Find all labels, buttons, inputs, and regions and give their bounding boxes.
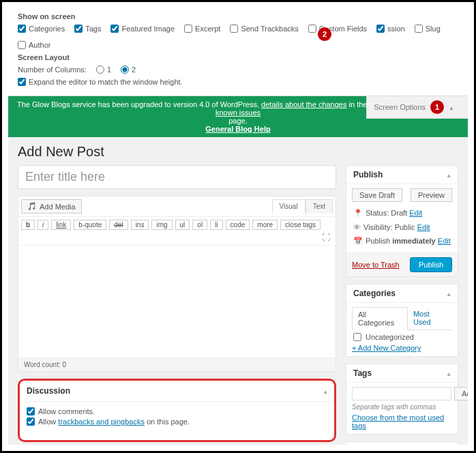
add-media-button[interactable]: 🎵Add Media bbox=[21, 199, 82, 214]
tag-input[interactable] bbox=[352, 387, 451, 400]
cols-2[interactable]: 2 bbox=[121, 65, 136, 74]
tab-most-used[interactable]: Most Used bbox=[408, 307, 452, 330]
qt-ul[interactable]: ul bbox=[175, 220, 190, 230]
add-new-category[interactable]: + Add New Category bbox=[352, 344, 421, 352]
fullscreen-icon[interactable]: ⛶ bbox=[319, 233, 333, 242]
notice-banner: Screen Options 1 The Glow Blogs service … bbox=[8, 96, 468, 137]
opt-excerpt[interactable]: Excerpt bbox=[184, 25, 220, 33]
post-title-input[interactable] bbox=[18, 165, 336, 189]
show-on-screen-heading: Show on screen bbox=[18, 12, 458, 20]
tab-text[interactable]: Text bbox=[306, 199, 333, 214]
collapse-icon[interactable] bbox=[324, 386, 327, 396]
num-columns-label: Number of Columns: bbox=[18, 65, 87, 74]
eye-icon: 👁 bbox=[353, 223, 361, 231]
edit-publish-time[interactable]: Edit bbox=[438, 237, 451, 245]
qt-code[interactable]: code bbox=[226, 220, 250, 230]
opt-author[interactable]: Author bbox=[18, 41, 50, 49]
allow-trackbacks[interactable]: Allow trackbacks and pingbacks on this p… bbox=[27, 418, 327, 426]
publish-button[interactable]: Publish bbox=[410, 257, 452, 272]
word-count: Word count: 0 bbox=[18, 357, 336, 371]
screen-options-tab[interactable]: Screen Options 1 bbox=[366, 96, 468, 119]
quicktags-toolbar: b i link b-quote del ins img ul ol li co… bbox=[18, 217, 336, 246]
editor-box: 🎵Add Media Visual Text b i link b-quote … bbox=[18, 196, 336, 372]
qt-close[interactable]: close tags bbox=[280, 220, 321, 230]
opt-trackbacks[interactable]: Send Trackbacks bbox=[230, 25, 298, 33]
chevron-up-icon bbox=[449, 103, 454, 111]
opt-categories[interactable]: Categories bbox=[18, 25, 65, 33]
trackbacks-link[interactable]: trackbacks and pingbacks bbox=[58, 418, 145, 426]
banner-link-help[interactable]: General Blog Help bbox=[205, 125, 270, 133]
publish-box: Publish Save Draft Preview 📍Status: Draf… bbox=[346, 165, 458, 277]
preview-button[interactable]: Preview bbox=[411, 188, 452, 202]
opt-expand-editor[interactable]: Expand the editor to match the window he… bbox=[18, 78, 183, 86]
tags-box: Tags Add Separate tags with commas Choos… bbox=[346, 364, 458, 435]
calendar-icon: 📅 bbox=[353, 237, 363, 245]
categories-box: Categories All Categories Most Used Unca… bbox=[346, 284, 458, 357]
screen-layout-heading: Screen Layout bbox=[18, 53, 458, 61]
callout-badge-2: 2 bbox=[317, 27, 332, 42]
choose-tags-link[interactable]: Choose from the most used tags bbox=[352, 413, 444, 430]
featured-image-box: Featured Image Set featured image bbox=[346, 441, 458, 445]
qt-li[interactable]: li bbox=[210, 220, 222, 230]
callout-badge-1: 1 bbox=[430, 100, 445, 115]
discussion-metabox: Discussion Allow comments. Allow trackba… bbox=[18, 379, 336, 442]
allow-comments[interactable]: Allow comments. bbox=[27, 407, 327, 415]
opt-discussion[interactable]: ssion bbox=[376, 25, 405, 33]
collapse-icon[interactable] bbox=[447, 170, 451, 179]
qt-bquote[interactable]: b-quote bbox=[74, 220, 106, 230]
edit-visibility[interactable]: Edit bbox=[417, 223, 430, 231]
tab-visual[interactable]: Visual bbox=[272, 199, 306, 214]
opt-slug[interactable]: Slug bbox=[415, 25, 441, 33]
qt-ins[interactable]: ins bbox=[131, 220, 149, 230]
tab-all-categories[interactable]: All Categories bbox=[352, 307, 408, 330]
collapse-icon[interactable] bbox=[447, 289, 451, 298]
tags-hint: Separate tags with commas bbox=[352, 403, 452, 411]
qt-more[interactable]: more bbox=[252, 220, 278, 230]
pin-icon: 📍 bbox=[353, 209, 363, 217]
opt-tags[interactable]: Tags bbox=[74, 25, 101, 33]
edit-status[interactable]: Edit bbox=[409, 209, 422, 217]
qt-link[interactable]: link bbox=[51, 220, 71, 230]
qt-i[interactable]: i bbox=[38, 220, 48, 230]
qt-del[interactable]: del bbox=[109, 220, 128, 230]
qt-ol[interactable]: ol bbox=[192, 220, 207, 230]
discussion-title: Discussion bbox=[27, 386, 70, 396]
qt-b[interactable]: b bbox=[21, 220, 35, 230]
qt-img[interactable]: img bbox=[151, 220, 172, 230]
opt-featured[interactable]: Featured Image bbox=[110, 25, 175, 33]
page-title: Add New Post bbox=[8, 137, 468, 165]
screen-options-panel: Show on screen Categories Tags Featured … bbox=[8, 7, 468, 96]
cols-1[interactable]: 1 bbox=[96, 65, 111, 74]
move-to-trash[interactable]: Move to Trash bbox=[352, 261, 400, 269]
add-tag-button[interactable]: Add bbox=[454, 387, 468, 400]
cat-uncategorized[interactable]: Uncategorized bbox=[352, 330, 452, 344]
editor-textarea[interactable] bbox=[18, 246, 336, 357]
banner-link-known-issues[interactable]: known issues bbox=[215, 108, 261, 117]
banner-link-changes[interactable]: details about the changes bbox=[261, 100, 346, 108]
save-draft-button[interactable]: Save Draft bbox=[352, 188, 402, 202]
collapse-icon[interactable] bbox=[447, 368, 451, 378]
media-icon: 🎵 bbox=[27, 202, 37, 211]
